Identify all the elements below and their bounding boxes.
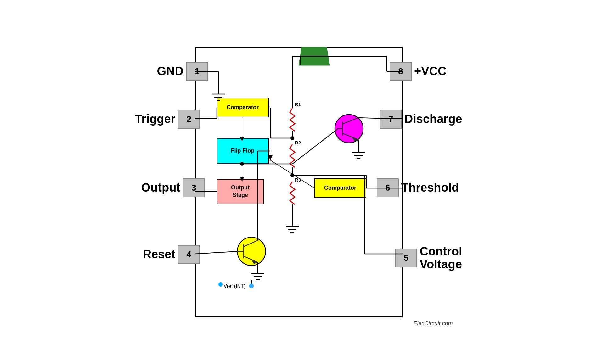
pin-label-trigger: Trigger: [135, 112, 176, 126]
comparator-bottom: Comparator: [314, 178, 366, 198]
comparator-top: Comparator: [217, 98, 269, 117]
pin-box-2: 2: [178, 110, 200, 129]
pin-group-trigger: Trigger 2: [135, 110, 200, 129]
pin-box-4: 4: [178, 245, 200, 264]
output-stage: OutputStage: [217, 179, 264, 204]
vref-dot: [218, 282, 223, 287]
pin-group-gnd: GND 1: [157, 62, 208, 81]
pin-label-reset: Reset: [143, 248, 176, 261]
pin-box-8: 8: [390, 62, 412, 81]
flip-flop: Flip Flop: [217, 138, 269, 164]
pin-group-output: Output 3: [141, 178, 205, 197]
pin-label-control: ControlVoltage: [420, 245, 462, 272]
pin-label-gnd: GND: [157, 64, 183, 78]
pin-label-vcc: +VCC: [414, 64, 446, 78]
vref-label: Vref (INT): [224, 283, 246, 289]
pin-group-threshold: 6 Threshold: [377, 178, 459, 197]
pin-label-output: Output: [141, 181, 181, 194]
pin-box-5: 5: [395, 249, 417, 267]
pin-box-1: 1: [186, 62, 208, 81]
watermark: ElecCircuit.com: [413, 320, 453, 327]
pin-group-discharge: 7 Discharge: [380, 110, 462, 129]
pin-group-reset: Reset 4: [143, 245, 200, 264]
pin-label-threshold: Threshold: [401, 181, 459, 194]
pin-group-vcc: 8 +VCC: [390, 62, 446, 81]
pin-box-3: 3: [183, 178, 205, 197]
pin-label-discharge: Discharge: [404, 112, 462, 126]
pin-group-control: 5 ControlVoltage: [395, 245, 462, 272]
pin-box-6: 6: [377, 178, 399, 197]
pin-box-7: 7: [380, 110, 402, 129]
ic-notch: [299, 47, 330, 66]
